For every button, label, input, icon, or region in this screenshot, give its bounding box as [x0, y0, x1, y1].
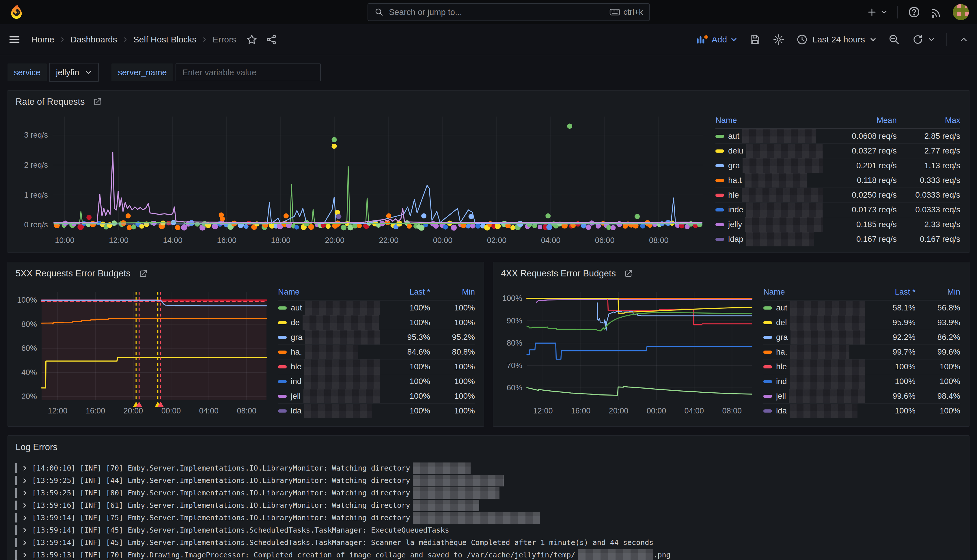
- server-name-input[interactable]: [175, 63, 321, 82]
- legend-row[interactable]: jelly 0.185 req/s 2.33 req/s: [715, 217, 960, 232]
- legend-row[interactable]: delu 0.0327 req/s 2.77 req/s: [715, 143, 960, 158]
- legend-row[interactable]: ind 100% 100%: [763, 374, 960, 388]
- expand-log-icon[interactable]: [22, 477, 28, 484]
- external-link-icon[interactable]: [139, 269, 148, 278]
- log-line[interactable]: [13:59:25] [INF] [80] Emby.Server.Implem…: [15, 487, 966, 499]
- expand-log-icon[interactable]: [22, 540, 28, 546]
- rate-of-requests-chart[interactable]: 10:0012:0014:0016:0018:0020:0022:0000:00…: [9, 112, 708, 248]
- help-icon[interactable]: [908, 6, 920, 18]
- legend-row[interactable]: inde 0.0173 req/s 0.0333 req/s: [715, 202, 960, 217]
- log-line[interactable]: [14:00:10] [INF] [70] Emby.Server.Implem…: [15, 462, 966, 474]
- new-button[interactable]: [866, 7, 887, 18]
- dashboard-toolbar: Home Dashboards Self Host Blocks Errors: [0, 24, 977, 55]
- legend-row[interactable]: lda 100% 100%: [278, 403, 475, 418]
- service-variable-select[interactable]: jellyfin: [49, 63, 99, 82]
- settings-icon[interactable]: [773, 33, 785, 46]
- mean-value: 0.185 req/s: [823, 220, 897, 229]
- legend-row[interactable]: ha. 84.6% 80.8%: [278, 345, 475, 359]
- chevron-down-icon: [870, 36, 877, 43]
- share-icon[interactable]: [266, 34, 277, 45]
- svg-text:20:00: 20:00: [609, 407, 628, 415]
- series-color-pill: [763, 307, 772, 310]
- min-value: 95.2%: [430, 333, 475, 342]
- legend-row[interactable]: aut 0.0608 req/s 2.85 req/s: [715, 129, 960, 143]
- min-value: 100%: [430, 318, 475, 327]
- expand-log-icon[interactable]: [22, 490, 28, 496]
- legend-row[interactable]: ha.t 0.118 req/s 0.333 req/s: [715, 173, 960, 188]
- legend-row[interactable]: aut 58.1% 56.8%: [763, 300, 960, 315]
- breadcrumb-dashboards[interactable]: Dashboards: [70, 35, 117, 45]
- log-line[interactable]: [13:59:25] [INF] [44] Emby.Server.Implem…: [15, 474, 966, 487]
- legend-row[interactable]: gra 92.2% 86.2%: [763, 330, 960, 345]
- legend-row[interactable]: jell 100% 100%: [278, 388, 475, 403]
- log-line[interactable]: [13:59:13] [INF] [70] Emby.Drawing.Image…: [15, 549, 966, 560]
- panel-header[interactable]: 4XX Requests Error Budgets: [493, 262, 969, 283]
- legend-row[interactable]: ind 100% 100%: [278, 374, 475, 388]
- redacted-text: [790, 315, 865, 330]
- external-link-icon[interactable]: [624, 269, 633, 278]
- breadcrumb-home[interactable]: Home: [31, 35, 54, 45]
- redacted-text: [305, 301, 380, 315]
- min-value: 86.2%: [915, 333, 960, 342]
- legend-row[interactable]: hle 100% 100%: [278, 359, 475, 374]
- expand-log-icon[interactable]: [22, 552, 28, 558]
- legend-header[interactable]: Name Last * Min: [278, 284, 475, 300]
- legend-header[interactable]: Name Last * Min: [763, 284, 960, 300]
- four-xx-chart[interactable]: 12:0016:0020:0000:0004:0008:0060%70%80%9…: [494, 283, 756, 418]
- grafana-logo[interactable]: [8, 4, 25, 20]
- legend-row[interactable]: ldap 0.167 req/s 0.167 req/s: [715, 232, 960, 247]
- legend-row[interactable]: gra 0.201 req/s 1.13 req/s: [715, 158, 960, 173]
- star-icon[interactable]: [246, 34, 257, 45]
- svg-text:00:00: 00:00: [433, 236, 453, 245]
- five-xx-chart[interactable]: 12:0016:0020:0000:0004:0008:0020%40%60%8…: [9, 283, 271, 418]
- log-text: [14:00:10] [INF] [70] Emby.Server.Implem…: [32, 464, 410, 472]
- series-name: jell: [291, 392, 301, 401]
- legend-row[interactable]: jell 99.6% 98.4%: [763, 388, 960, 403]
- log-line[interactable]: [13:59:14] [INF] [45] Emby.Server.Implem…: [15, 536, 966, 549]
- search-input[interactable]: Search or jump to... ctrl+k: [367, 3, 650, 21]
- save-button[interactable]: [749, 33, 761, 46]
- log-level-bar: [15, 550, 17, 560]
- log-line[interactable]: [13:59:16] [INF] [61] Emby.Server.Implem…: [15, 499, 966, 512]
- expand-log-icon[interactable]: [22, 515, 28, 521]
- legend-row[interactable]: de 100% 100%: [278, 315, 475, 330]
- panel-header[interactable]: 5XX Requests Error Budgets: [8, 262, 484, 283]
- panel-header[interactable]: Rate of Requests: [8, 91, 969, 112]
- series-name: ha.: [776, 347, 787, 357]
- mean-value: 0.0173 req/s: [823, 205, 897, 214]
- legend-row[interactable]: hle 0.0250 req/s 0.0333 req/s: [715, 188, 960, 202]
- avatar[interactable]: [953, 4, 969, 20]
- news-icon[interactable]: [930, 6, 943, 18]
- redacted-text: [790, 374, 865, 388]
- expand-log-icon[interactable]: [22, 465, 28, 472]
- expand-log-icon[interactable]: [22, 502, 28, 508]
- zoom-out-icon[interactable]: [888, 33, 900, 46]
- legend-row[interactable]: ha. 99.7% 99.6%: [763, 345, 960, 359]
- last-value: 100%: [380, 406, 430, 415]
- log-line[interactable]: [13:59:14] [INF] [75] Emby.Server.Implem…: [15, 512, 966, 524]
- legend-row[interactable]: del 95.9% 93.9%: [763, 315, 960, 330]
- log-text: [13:59:14] [INF] [45] Emby.Server.Implem…: [32, 538, 653, 547]
- legend-row[interactable]: lda 100% 100%: [763, 403, 960, 418]
- divider: [897, 6, 898, 18]
- chevron-right-icon: [122, 37, 128, 42]
- collapse-icon[interactable]: [959, 34, 969, 45]
- legend-header[interactable]: Name Mean Max: [715, 113, 960, 129]
- legend-row[interactable]: aut 100% 100%: [278, 300, 475, 315]
- redacted-text: [302, 315, 379, 330]
- legend-row[interactable]: gra 95.3% 95.2%: [278, 330, 475, 345]
- panel-5xx-error-budgets: 5XX Requests Error Budgets 12:0016:0020:…: [8, 262, 484, 427]
- breadcrumb-folder[interactable]: Self Host Blocks: [134, 35, 196, 45]
- refresh-button[interactable]: [912, 33, 935, 46]
- external-link-icon[interactable]: [93, 97, 102, 107]
- panel-header[interactable]: Log Errors: [8, 436, 969, 457]
- expand-log-icon[interactable]: [22, 527, 28, 533]
- series-color-pill: [715, 164, 724, 167]
- log-line[interactable]: [13:59:14] [INF] [45] Emby.Server.Implem…: [15, 524, 966, 536]
- series-color-pill: [715, 193, 724, 197]
- add-button[interactable]: Add: [696, 34, 737, 45]
- svg-text:16:00: 16:00: [571, 407, 591, 415]
- menu-toggle[interactable]: [8, 33, 21, 46]
- time-range-picker[interactable]: Last 24 hours: [796, 34, 877, 45]
- legend-row[interactable]: hle 100% 100%: [763, 359, 960, 374]
